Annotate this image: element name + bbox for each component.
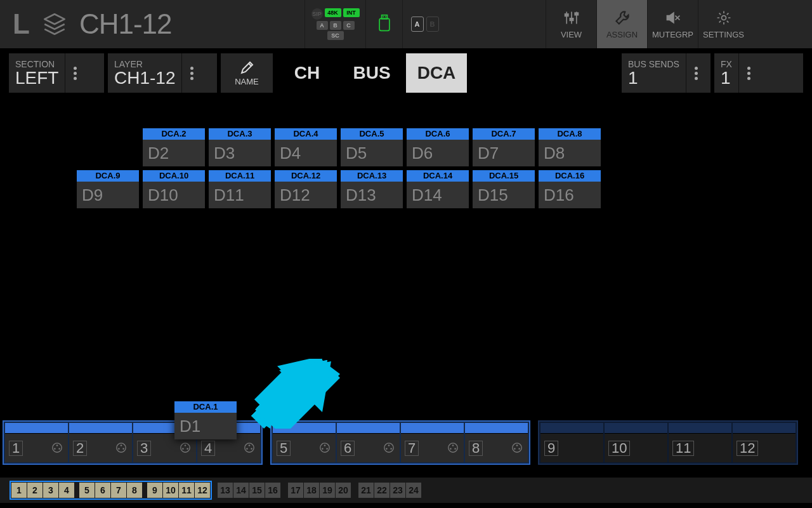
page-button[interactable]: 20 (336, 483, 351, 498)
page-button[interactable]: 21 (358, 483, 374, 498)
bussends-selector[interactable]: BUS SENDS 1 (622, 53, 710, 93)
svg-point-55 (513, 443, 521, 452)
tab-bus[interactable]: BUS (341, 53, 402, 93)
dca-tile[interactable]: DCA.11 D11 (209, 170, 271, 208)
more-icon[interactable] (686, 53, 706, 93)
page-button[interactable]: 23 (390, 483, 405, 498)
dca-tile[interactable]: DCA.9 D9 (77, 170, 139, 208)
slot-band (5, 423, 68, 433)
settings-label: SETTINGS (703, 30, 744, 39)
svg-rect-9 (575, 13, 578, 15)
tab-dca[interactable]: DCA (406, 53, 467, 93)
svg-rect-7 (565, 13, 568, 15)
more-icon[interactable] (738, 53, 759, 93)
channel-slot[interactable]: 10 (605, 423, 667, 462)
dca-tile[interactable]: DCA.2 D2 (143, 128, 205, 166)
slot-band (605, 423, 667, 433)
slot-number: 2 (73, 441, 87, 456)
page-button[interactable]: 4 (59, 483, 74, 498)
channel-slot[interactable]: 11 (669, 423, 731, 462)
channel-slot[interactable]: 6 (337, 423, 400, 462)
svg-point-32 (121, 444, 122, 446)
layer-selector[interactable]: LAYER CH1-12 (108, 53, 217, 93)
dca-tile[interactable]: DCA.8 D8 (539, 128, 601, 166)
page-button[interactable]: 13 (218, 483, 233, 498)
page-button[interactable]: 1 (11, 483, 27, 498)
channel-slot[interactable]: 9 (540, 423, 603, 462)
mutegroup-tool[interactable]: MUTEGRP (647, 0, 698, 48)
assign-tool[interactable]: ASSIGN (596, 0, 647, 48)
page-button[interactable]: 24 (406, 483, 421, 498)
slot-band (733, 423, 796, 433)
dca-tile[interactable]: DCA.6 D6 (407, 128, 469, 166)
side-indicator: L (13, 8, 30, 40)
more-icon[interactable] (65, 53, 85, 93)
slot-number: 3 (137, 441, 151, 456)
channel-slot[interactable]: 12 (733, 423, 796, 462)
svg-point-47 (384, 443, 393, 452)
channel-slot[interactable]: 1 (5, 423, 68, 462)
more-icon[interactable] (181, 53, 202, 93)
xlr-icon (180, 442, 191, 456)
layers-icon[interactable] (41, 11, 68, 37)
channel-slot[interactable]: 2 (69, 423, 132, 462)
page-button[interactable]: 16 (265, 483, 280, 498)
dca-tile[interactable]: DCA.5 D5 (341, 128, 403, 166)
svg-point-34 (122, 448, 124, 450)
svg-point-49 (386, 448, 388, 450)
usb-icon (377, 14, 391, 34)
mutegroup-label: MUTEGRP (652, 30, 693, 39)
section-selector[interactable]: SECTION LEFT (9, 53, 104, 93)
dca-body: D1 (174, 413, 237, 439)
page-button[interactable]: 7 (111, 483, 126, 498)
fx-selector[interactable]: FX 1 (714, 53, 803, 93)
page-button[interactable]: 18 (304, 483, 319, 498)
top-bar: L CH1-12 SIP 48K INT A B C SC (0, 0, 812, 48)
page-button[interactable]: 8 (127, 483, 142, 498)
page-button[interactable]: 5 (79, 483, 95, 498)
page-button[interactable]: 12 (195, 483, 210, 498)
page-group[interactable]: 21222324 (358, 483, 421, 498)
channel-slot[interactable]: 7 (401, 423, 464, 462)
settings-tool[interactable]: SETTINGS (698, 0, 749, 48)
dca-body: D2 (143, 140, 205, 166)
page-button[interactable]: 6 (95, 483, 110, 498)
dca-head: DCA.12 (275, 170, 337, 182)
svg-point-52 (452, 444, 454, 446)
page-button[interactable]: 19 (320, 483, 335, 498)
dca-tile[interactable]: DCA.15 D15 (473, 170, 535, 208)
dca-tile[interactable]: DCA.12 D12 (275, 170, 337, 208)
page-group-active[interactable]: 123456789101112 (11, 483, 210, 498)
page-button[interactable]: 9 (147, 483, 162, 498)
dca-drag-tile[interactable]: DCA.1 D1 (174, 401, 237, 439)
card-slots[interactable]: A B (402, 0, 447, 48)
page-button[interactable]: 2 (27, 483, 43, 498)
page-button[interactable]: 15 (249, 483, 265, 498)
channel-slot[interactable]: 8 (465, 423, 528, 462)
page-button[interactable]: 11 (179, 483, 194, 498)
page-button[interactable]: 3 (43, 483, 58, 498)
page-button[interactable]: 22 (374, 483, 390, 498)
page-button[interactable]: 17 (288, 483, 303, 498)
dca-body: D10 (143, 182, 205, 208)
dca-tile[interactable]: DCA.4 D4 (275, 128, 337, 166)
usb-button[interactable] (365, 0, 402, 48)
dca-tile[interactable]: DCA.10 D10 (143, 170, 205, 208)
pager: 123456789101112 13141516 17181920 212223… (0, 478, 812, 503)
page-button[interactable]: 10 (163, 483, 178, 498)
dca-tile[interactable]: DCA.16 D16 (539, 170, 601, 208)
tab-ch[interactable]: CH (277, 53, 337, 93)
name-button[interactable]: NAME (221, 53, 273, 93)
dca-tile[interactable]: DCA.7 D7 (473, 128, 535, 166)
page-button[interactable]: 14 (233, 483, 249, 498)
svg-point-48 (388, 444, 390, 446)
dca-body: D9 (77, 182, 139, 208)
dca-tile[interactable]: DCA.13 D13 (341, 170, 403, 208)
pencil-icon (239, 60, 254, 76)
slot-number: 9 (544, 441, 558, 456)
dca-tile[interactable]: DCA.3 D3 (209, 128, 271, 166)
page-group[interactable]: 13141516 (218, 483, 280, 498)
page-group[interactable]: 17181920 (288, 483, 351, 498)
view-tool[interactable]: VIEW (546, 0, 596, 48)
dca-tile[interactable]: DCA.14 D14 (407, 170, 469, 208)
